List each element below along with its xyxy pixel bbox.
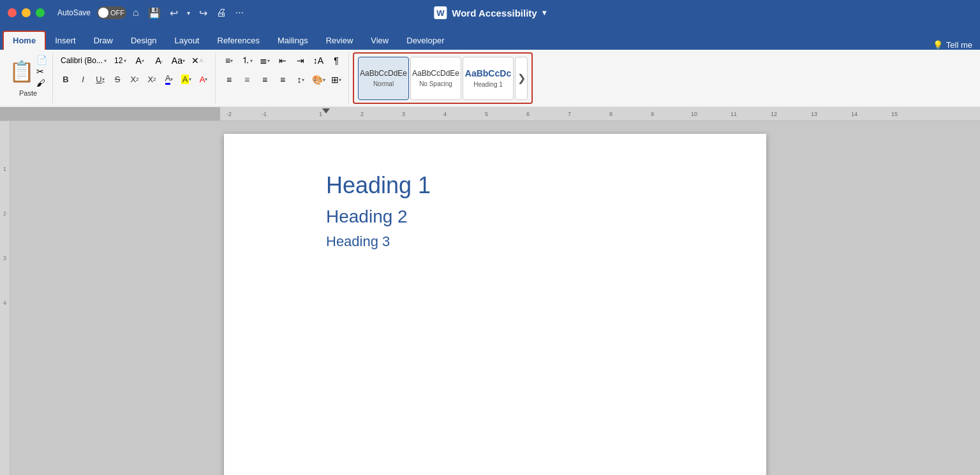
svg-text:13: 13 [811,111,817,117]
tab-review[interactable]: Review [317,32,362,50]
tab-draw[interactable]: Draw [85,32,122,50]
font-decrease-btn[interactable]: A- [151,52,167,69]
ruler: -2 -1 1 2 3 4 5 6 7 8 9 10 11 12 13 14 1… [0,107,980,121]
align-right-btn[interactable]: ≡ [256,71,273,88]
app-title: Word Accessibility [452,8,537,18]
paste-icon[interactable]: 📋 [9,61,34,82]
change-case-btn[interactable]: Aa▾ [170,52,186,69]
borders-btn[interactable]: ⊞▾ [328,71,345,88]
font-format-row: B I U▾ S X2 X2 A▾ A▾ A▾ [58,71,211,87]
align-center-btn[interactable]: ≡ [239,71,255,88]
undo-icon[interactable]: ↩ [170,7,178,19]
clear-format-btn[interactable]: ✕A [189,52,205,69]
document-area: 1 2 3 4 Heading 1 Heading 2 Heading 3 [0,121,980,475]
normal-style-label: Normal [373,80,394,87]
font-chevron-icon: ▾ [104,58,107,64]
paste-label: Paste [19,89,37,97]
subscript-button[interactable]: X2 [127,71,142,87]
svg-text:1: 1 [319,111,322,117]
shading-btn[interactable]: 🎨▾ [310,71,327,88]
maximize-button[interactable] [36,8,45,17]
svg-text:-2: -2 [226,111,232,117]
align-buttons-row: ≡ ≡ ≡ ≡ ↕▾ 🎨▾ ⊞▾ [221,71,345,88]
format-painter-icon[interactable]: 🖌 [36,78,47,89]
style-no-spacing-card[interactable]: AaBbCcDdEe No Spacing [410,57,461,100]
increase-indent-btn[interactable]: ⇥ [292,52,309,69]
tab-view[interactable]: View [362,32,397,50]
font-size-dropdown[interactable]: 12 ▾ [112,55,129,66]
multilevel-list-btn[interactable]: ≣▾ [256,52,273,69]
save-icon[interactable]: 💾 [148,7,161,19]
document-heading2[interactable]: Heading 2 [326,207,702,227]
line-spacing-btn[interactable]: ↕▾ [292,71,309,88]
tab-layout[interactable]: Layout [165,32,208,50]
superscript-button[interactable]: X2 [144,71,160,87]
numbered-list-btn[interactable]: ⒈▾ [239,52,255,69]
font-color-btn[interactable]: A▾ [161,71,177,87]
align-left-btn[interactable]: ≡ [221,71,237,88]
document-heading1[interactable]: Heading 1 [326,172,702,199]
minimize-button[interactable] [22,8,31,17]
title-dropdown-icon[interactable]: ▾ [542,8,546,17]
style-heading1-card[interactable]: AaBbCcDc Heading 1 [463,57,514,100]
svg-text:14: 14 [851,111,858,117]
title-bar: AutoSave OFF ⌂ 💾 ↩ ▾ ↪ 🖨 ··· W Word Acce… [0,0,980,26]
bold-button[interactable]: B [58,71,73,87]
font-increase-btn[interactable]: A+ [131,52,148,69]
tell-me-button[interactable]: 💡 Tell me [933,40,972,50]
bullet-list-btn[interactable]: ≡▾ [221,52,237,69]
copy-icon[interactable]: 📄 [36,55,47,66]
ribbon-toolbar: 📋 📄 ✂ 🖌 Paste Calibri (Bo... ▾ 12 ▾ A+ A… [0,50,980,107]
redo-icon[interactable]: ↪ [199,7,207,19]
paste-icon-area: 📋 📄 ✂ 🖌 [9,55,47,88]
font-size-label: 12 [114,56,122,65]
style-normal-card[interactable]: AaBbCcDdEe Normal [358,57,409,100]
styles-scroll-button[interactable]: ❯ [515,57,528,100]
traffic-lights [8,8,45,17]
tab-developer[interactable]: Developer [397,32,453,50]
strikethrough-button[interactable]: S [110,71,125,87]
size-chevron-icon: ▾ [124,58,126,64]
font-name-label: Calibri (Bo... [61,56,103,65]
document-page[interactable]: Heading 1 Heading 2 Heading 3 [224,134,766,475]
print-icon[interactable]: 🖨 [216,7,226,18]
text-color-btn[interactable]: A▾ [196,71,211,87]
word-app-icon: W [434,6,447,19]
font-family-dropdown[interactable]: Calibri (Bo... ▾ [58,55,109,66]
underline-button[interactable]: U▾ [93,71,108,87]
ruler-main-area: -2 -1 1 2 3 4 5 6 7 8 9 10 11 12 13 14 1… [220,107,980,121]
svg-text:6: 6 [526,111,530,117]
highlight-btn[interactable]: A▾ [179,71,194,87]
list-buttons-row: ≡▾ ⒈▾ ≣▾ ⇤ ⇥ ↕A ¶ [221,52,345,69]
justify-btn[interactable]: ≡ [274,71,291,88]
autosave-label: AutoSave [57,8,91,17]
tab-insert[interactable]: Insert [46,32,85,50]
document-heading3[interactable]: Heading 3 [326,233,702,250]
svg-text:10: 10 [691,111,697,117]
svg-text:3: 3 [402,111,405,117]
show-formatting-btn[interactable]: ¶ [328,52,345,69]
autosave-toggle[interactable]: OFF [97,6,126,19]
svg-text:12: 12 [771,111,777,117]
cut-icon[interactable]: ✂ [36,66,47,77]
heading1-style-label: Heading 1 [473,81,503,88]
close-button[interactable] [8,8,17,17]
tab-home[interactable]: Home [3,31,46,50]
italic-button[interactable]: I [75,71,91,87]
sort-btn[interactable]: ↕A [310,52,327,69]
undo-dropdown-icon[interactable]: ▾ [187,10,190,17]
no-spacing-label: No Spacing [419,80,452,87]
more-icon[interactable]: ··· [235,7,244,18]
tab-references[interactable]: References [209,32,269,50]
home-icon[interactable]: ⌂ [133,7,139,18]
styles-group: AaBbCcDdEe Normal AaBbCcDdEe No Spacing … [353,52,533,104]
lightbulb-icon: 💡 [933,40,943,50]
tab-design[interactable]: Design [122,32,165,50]
decrease-indent-btn[interactable]: ⇤ [274,52,291,69]
document-scroll-area[interactable]: Heading 1 Heading 2 Heading 3 [10,121,980,475]
tab-mailings[interactable]: Mailings [269,32,317,50]
paragraph-group: ≡▾ ⒈▾ ≣▾ ⇤ ⇥ ↕A ¶ ≡ ≡ ≡ ≡ ↕▾ 🎨▾ ⊞▾ [217,52,349,104]
title-bar-center: W Word Accessibility ▾ [434,6,546,19]
font-name-row: Calibri (Bo... ▾ 12 ▾ A+ A- Aa▾ ✕A [58,52,211,69]
underline-chevron: ▾ [102,77,105,82]
